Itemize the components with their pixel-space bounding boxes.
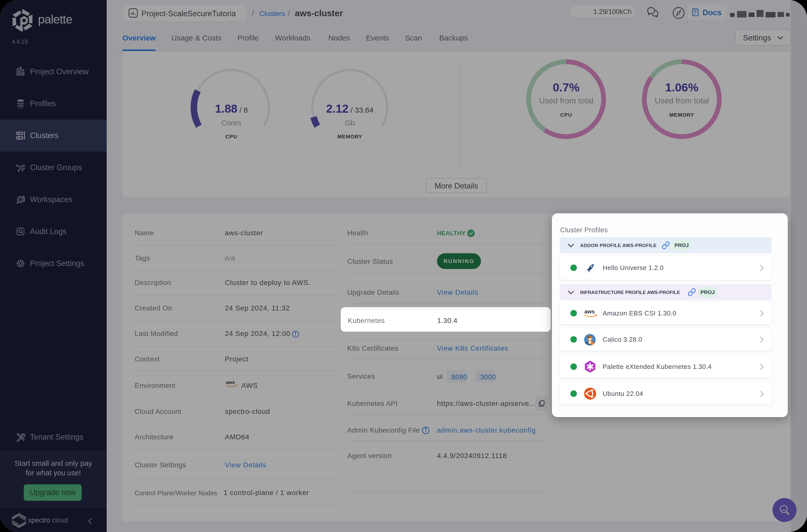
svg-text:aws: aws: [584, 308, 595, 315]
